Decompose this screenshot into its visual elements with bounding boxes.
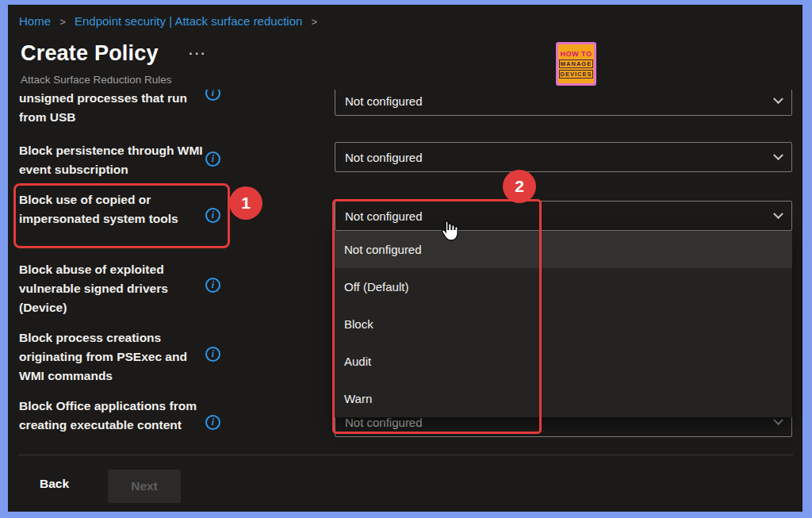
chevron-down-icon xyxy=(773,94,783,104)
page-title: Create Policy xyxy=(21,41,159,66)
dropdown-value: Not configured xyxy=(345,416,423,429)
menu-option-block[interactable]: Block xyxy=(335,305,792,343)
chevron-down-icon xyxy=(773,150,783,160)
breadcrumb-link-home[interactable]: Home xyxy=(19,14,51,28)
menu-option-warn[interactable]: Warn xyxy=(335,380,792,417)
dropdown-menu: Not configured Off (Default) Block Audit… xyxy=(335,231,792,417)
dropdown-value: Not configured xyxy=(345,94,423,108)
info-icon[interactable]: i xyxy=(205,347,220,362)
dropdown-unsigned-usb[interactable]: Not configured xyxy=(335,86,792,116)
dropdown-wmi-persistence[interactable]: Not configured xyxy=(335,142,792,172)
annotation-badge-step2: 2 xyxy=(503,170,536,203)
info-icon[interactable]: i xyxy=(205,152,220,167)
logo-text-manage: MANAGE xyxy=(559,59,593,68)
logo-text-top: HOW TO xyxy=(561,50,592,58)
info-icon[interactable]: i xyxy=(205,208,220,223)
menu-option-off-default[interactable]: Off (Default) xyxy=(335,268,792,305)
app-window: unsigned processes that run from USB Blo… xyxy=(0,0,812,518)
rule-label-wmi-persistence: Block persistence through WMI event subs… xyxy=(19,141,203,179)
dropdown-copied-system-tools-open[interactable]: Not configured xyxy=(335,201,792,231)
breadcrumb: Home > Endpoint security | Attack surfac… xyxy=(19,14,323,28)
rule-label-vulnerable-drivers: Block abuse of exploited vulnerable sign… xyxy=(19,260,203,317)
howtomanagedevices-logo: HOW TO MANAGE DEVICES xyxy=(556,42,596,86)
breadcrumb-separator-icon: > xyxy=(312,16,318,28)
rule-label-office-executable: Block Office applications from creating … xyxy=(19,397,203,435)
info-icon[interactable]: i xyxy=(205,415,220,430)
more-options-button[interactable]: ··· xyxy=(189,46,207,62)
rule-label-psexec-wmi: Block process creations originating from… xyxy=(19,328,203,386)
dropdown-value: Not configured xyxy=(345,209,423,223)
breadcrumb-link-endpoint-security[interactable]: Endpoint security | Attack surface reduc… xyxy=(75,14,302,28)
menu-option-audit[interactable]: Audit xyxy=(335,343,792,380)
back-button[interactable]: Back xyxy=(40,477,69,491)
next-button-disabled[interactable]: Next xyxy=(108,470,181,503)
breadcrumb-separator-icon: > xyxy=(59,16,66,28)
menu-option-not-configured[interactable]: Not configured xyxy=(335,231,792,268)
logo-text-devices: DEVICES xyxy=(559,70,594,79)
annotation-badge-step1: 1 xyxy=(229,186,262,220)
rule-label-unsigned-usb: unsigned processes that run from USB xyxy=(19,89,203,127)
info-icon[interactable]: i xyxy=(205,278,220,293)
page-header: Home > Endpoint security | Attack surfac… xyxy=(0,0,812,90)
rule-label-copied-system-tools: Block use of copied or impersonated syst… xyxy=(19,190,203,228)
chevron-down-icon xyxy=(773,209,783,219)
page-subtitle: Attack Surface Reduction Rules xyxy=(21,74,172,86)
footer-divider xyxy=(19,455,793,455)
dropdown-value: Not configured xyxy=(345,151,423,164)
